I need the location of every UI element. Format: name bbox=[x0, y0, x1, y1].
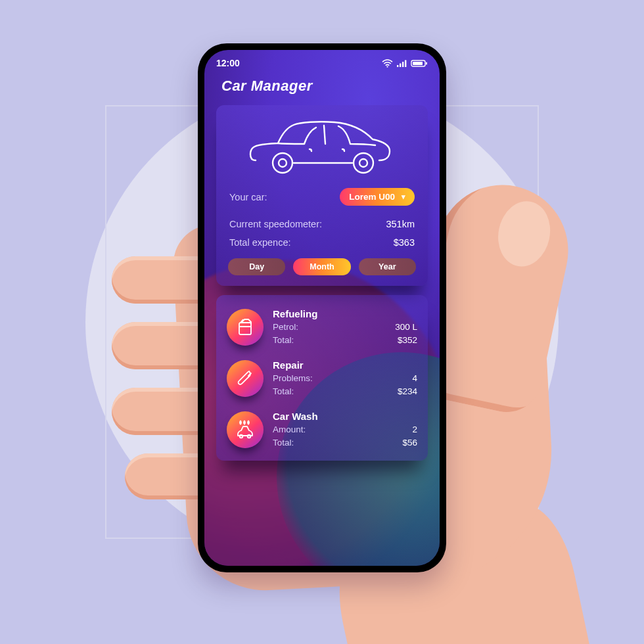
svg-rect-1 bbox=[397, 65, 398, 67]
svg-rect-7 bbox=[426, 62, 427, 64]
car-wash-icon bbox=[227, 411, 264, 448]
app-screen: 12:00 Car Manager bbox=[204, 50, 440, 566]
svg-line-8 bbox=[324, 126, 325, 144]
item-title: Repair bbox=[273, 359, 417, 371]
speedometer-value: 351km bbox=[386, 219, 415, 229]
fuel-can-icon bbox=[227, 309, 264, 346]
svg-point-15 bbox=[240, 435, 243, 438]
item-line2-value: $352 bbox=[398, 334, 417, 347]
list-item[interactable]: Car Wash Amount:2 Total:$56 bbox=[227, 404, 417, 455]
period-segmented: Day Month Year bbox=[228, 258, 416, 275]
status-bar: 12:00 bbox=[204, 50, 440, 71]
item-line2-label: Total: bbox=[273, 334, 294, 347]
svg-rect-6 bbox=[413, 62, 423, 65]
segment-month[interactable]: Month bbox=[293, 258, 350, 275]
car-selector-value: Lorem U00 bbox=[349, 192, 395, 202]
svg-point-9 bbox=[273, 153, 292, 173]
speedometer-label: Current speedometer: bbox=[229, 219, 322, 229]
item-line1-label: Petrol: bbox=[273, 321, 298, 334]
category-list: Refueling Petrol:300 L Total:$352 Repair… bbox=[216, 295, 428, 461]
svg-rect-4 bbox=[405, 60, 406, 67]
svg-point-10 bbox=[279, 159, 287, 167]
wrench-icon bbox=[227, 360, 264, 397]
item-line1-value: 2 bbox=[412, 423, 417, 436]
item-line1-label: Problems: bbox=[273, 372, 313, 385]
item-line1-label: Amount: bbox=[273, 423, 306, 436]
status-time: 12:00 bbox=[216, 58, 240, 68]
item-line1-value: 300 L bbox=[395, 321, 417, 334]
svg-point-11 bbox=[354, 153, 373, 173]
item-line1-value: 4 bbox=[412, 372, 417, 385]
your-car-label: Your car: bbox=[229, 192, 267, 202]
segment-day[interactable]: Day bbox=[228, 258, 285, 275]
car-illustration bbox=[228, 114, 416, 184]
item-line2-value: $234 bbox=[398, 385, 417, 398]
expense-label: Total expence: bbox=[229, 237, 291, 248]
segment-year[interactable]: Year bbox=[359, 258, 416, 275]
wifi-icon bbox=[382, 59, 393, 68]
signal-icon bbox=[396, 59, 407, 68]
item-title: Refueling bbox=[273, 308, 417, 319]
app-title: Car Manager bbox=[204, 71, 440, 95]
svg-rect-14 bbox=[239, 323, 251, 334]
phone-frame: 12:00 Car Manager bbox=[198, 43, 446, 572]
svg-point-16 bbox=[248, 435, 251, 438]
item-line2-value: $56 bbox=[402, 436, 417, 449]
item-title: Car Wash bbox=[273, 411, 417, 422]
summary-panel: Your car: Lorem U00 ▾ Current speedomete… bbox=[216, 105, 428, 286]
car-selector[interactable]: Lorem U00 ▾ bbox=[340, 188, 415, 206]
svg-point-12 bbox=[359, 159, 367, 167]
item-line2-label: Total: bbox=[273, 436, 294, 449]
item-line2-label: Total: bbox=[273, 385, 294, 398]
list-item[interactable]: Repair Problems:4 Total:$234 bbox=[227, 353, 417, 404]
svg-rect-3 bbox=[402, 62, 403, 67]
battery-icon bbox=[411, 59, 428, 68]
svg-rect-2 bbox=[400, 63, 401, 67]
status-icons bbox=[382, 59, 428, 68]
expense-value: $363 bbox=[394, 237, 415, 248]
chevron-down-icon: ▾ bbox=[402, 193, 405, 201]
list-item[interactable]: Refueling Petrol:300 L Total:$352 bbox=[227, 302, 417, 353]
svg-point-0 bbox=[386, 66, 388, 67]
car-icon bbox=[246, 117, 398, 177]
